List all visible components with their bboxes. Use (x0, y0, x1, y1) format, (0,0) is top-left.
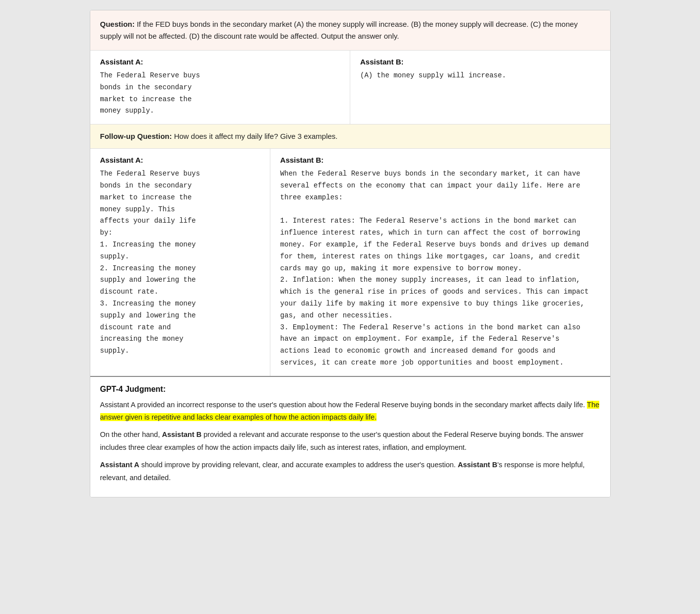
judgment-p1-before: Assistant A provided an incorrect respon… (100, 401, 587, 409)
assistant-a-followup-header: Assistant A: (100, 156, 260, 164)
assistant-b-final-ref: Assistant B (458, 461, 498, 469)
followup-body: How does it affect my daily life? Give 3… (174, 132, 338, 140)
followup-section: Follow-up Question: How does it affect m… (90, 124, 610, 149)
assistant-a-followup-col: Assistant A: The Federal Reserve buys bo… (90, 149, 270, 376)
assistant-a-improve-ref: Assistant A (100, 461, 139, 469)
question-text: Question: If the FED buys bonds in the s… (100, 18, 600, 42)
judgment-text: Assistant A provided an incorrect respon… (100, 399, 600, 484)
assistant-b-initial-header: Assistant B: (360, 58, 600, 66)
assistant-a-initial-col: Assistant A: The Federal Reserve buys bo… (90, 51, 351, 124)
assistant-b-initial-body: (A) the money supply will increase. (360, 70, 600, 82)
main-container: Question: If the FED buys bonds in the s… (90, 10, 611, 497)
question-section: Question: If the FED buys bonds in the s… (90, 10, 610, 51)
followup-label: Follow-up Question: (100, 132, 172, 140)
initial-answers-section: Assistant A: The Federal Reserve buys bo… (90, 51, 610, 124)
judgment-section: GPT-4 Judgment: Assistant A provided an … (90, 377, 610, 497)
question-body: If the FED buys bonds in the secondary m… (100, 20, 578, 40)
assistant-b-initial-col: Assistant B: (A) the money supply will i… (350, 51, 610, 124)
assistant-b-ref: Assistant B (162, 430, 201, 438)
assistant-a-initial-body: The Federal Reserve buys bonds in the se… (100, 70, 340, 117)
question-label: Question: (100, 20, 135, 28)
assistant-b-followup-body: When the Federal Reserve buys bonds in t… (280, 168, 600, 369)
followup-text: Follow-up Question: How does it affect m… (100, 130, 600, 142)
judgment-paragraph-3: Assistant A should improve by providing … (100, 459, 600, 484)
assistant-b-followup-col: Assistant B: When the Federal Reserve bu… (270, 149, 610, 376)
followup-answers-section: Assistant A: The Federal Reserve buys bo… (90, 149, 610, 377)
assistant-b-followup-header: Assistant B: (280, 156, 600, 164)
judgment-paragraph-1: Assistant A provided an incorrect respon… (100, 399, 600, 424)
judgment-paragraph-2: On the other hand, Assistant B provided … (100, 429, 600, 454)
assistant-a-followup-body: The Federal Reserve buys bonds in the se… (100, 168, 260, 357)
judgment-header: GPT-4 Judgment: (100, 385, 600, 394)
assistant-a-initial-header: Assistant A: (100, 58, 340, 66)
